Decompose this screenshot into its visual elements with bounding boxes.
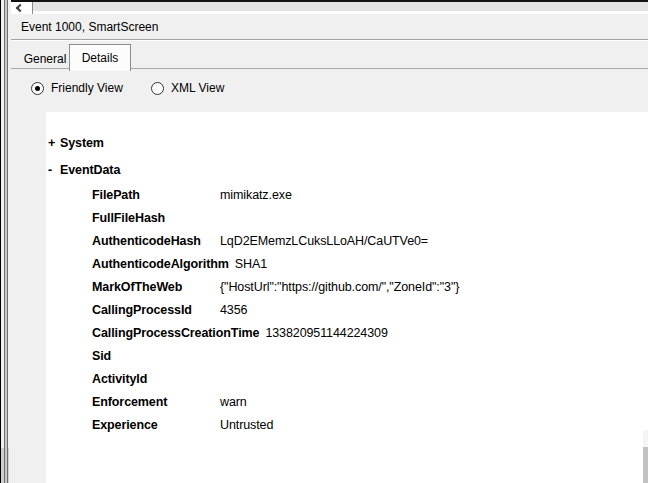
- event-data-row: FullFileHash: [48, 207, 648, 230]
- tree-node-label: EventData: [60, 163, 120, 177]
- event-data-field-value: Untrusted: [220, 414, 273, 437]
- event-data-field-value: SHA1: [235, 253, 267, 276]
- event-data-field-name: Sid: [92, 345, 214, 368]
- event-data-field-value: 4356: [220, 299, 247, 322]
- event-data-row: Enforcementwarn: [48, 391, 648, 414]
- xml-view-label[interactable]: XML View: [171, 81, 224, 95]
- event-properties-panel: Event 1000, SmartScreen General Details …: [11, 14, 648, 483]
- top-edge-panel: [0, 0, 648, 14]
- event-data-row: Sid: [48, 345, 648, 368]
- event-data-field-name: AuthenticodeHash: [92, 230, 214, 253]
- friendly-view-radio[interactable]: Friendly View: [31, 81, 123, 95]
- event-data-field-name: Enforcement: [92, 391, 214, 414]
- event-data-row: CallingProcessId4356: [48, 299, 648, 322]
- event-data-row: MarkOfTheWeb{"HostUrl":"https://github.c…: [48, 276, 648, 299]
- tree-node-label: System: [60, 136, 104, 150]
- event-data-row: CallingProcessCreationTime13382095114422…: [48, 322, 648, 345]
- left-screen-edge: [0, 0, 1, 483]
- xml-view-radio[interactable]: XML View: [151, 81, 224, 95]
- event-data-field-name: FullFileHash: [92, 207, 214, 230]
- tree-node-eventdata: -EventData: [48, 157, 648, 184]
- chevron-left-icon: [16, 4, 24, 12]
- expand-icon[interactable]: +: [48, 130, 60, 157]
- vertical-scrollbar-thumb[interactable]: [643, 447, 648, 483]
- tree-node-system: +System: [48, 130, 648, 157]
- event-data-field-name: ActivityId: [92, 368, 214, 391]
- event-data-field-value: 133820951144224309: [265, 322, 387, 345]
- event-data-field-name: CallingProcessCreationTime: [92, 322, 259, 345]
- event-data-row: AuthenticodeHashLqD2EMemzLCuksLLoAH/CaUT…: [48, 230, 648, 253]
- event-title: Event 1000, SmartScreen: [11, 14, 648, 40]
- tab-details[interactable]: Details: [69, 44, 131, 71]
- event-data-field-name: Experience: [92, 414, 214, 437]
- event-data-field-value: LqD2EMemzLCuksLLoAH/CaUTVe0=: [220, 230, 428, 253]
- radio-selected-icon[interactable]: [31, 82, 44, 95]
- vertical-scrollbar-track[interactable]: [643, 430, 648, 483]
- event-data-row: AuthenticodeAlgorithmSHA1: [48, 253, 648, 276]
- event-data-row: ExperienceUntrusted: [48, 414, 648, 437]
- event-data-field-name: MarkOfTheWeb: [92, 276, 214, 299]
- event-data-field-name: FilePath: [92, 184, 214, 207]
- tab-general[interactable]: General: [20, 50, 70, 68]
- event-data-field-name: CallingProcessId: [92, 299, 214, 322]
- scroll-left-button[interactable]: [8, 2, 33, 14]
- event-data-field-value: {"HostUrl":"https://github.com/","ZoneId…: [220, 276, 459, 299]
- left-splitter: [4, 0, 8, 483]
- radio-unselected-icon[interactable]: [151, 82, 164, 95]
- event-data-rows: FilePathmimikatz.exeFullFileHashAuthenti…: [48, 184, 648, 437]
- event-data-field-name: AuthenticodeAlgorithm: [92, 253, 229, 276]
- event-data-row: FilePathmimikatz.exe: [48, 184, 648, 207]
- event-data-field-value: mimikatz.exe: [220, 184, 292, 207]
- friendly-view-panel: +System-EventDataFilePathmimikatz.exeFul…: [46, 112, 648, 483]
- event-data-row: ActivityId: [48, 368, 648, 391]
- collapse-icon[interactable]: -: [48, 157, 60, 184]
- event-data-field-value: warn: [220, 391, 247, 414]
- friendly-view-label[interactable]: Friendly View: [51, 81, 123, 95]
- event-data-tree: +System-EventDataFilePathmimikatz.exeFul…: [48, 130, 648, 437]
